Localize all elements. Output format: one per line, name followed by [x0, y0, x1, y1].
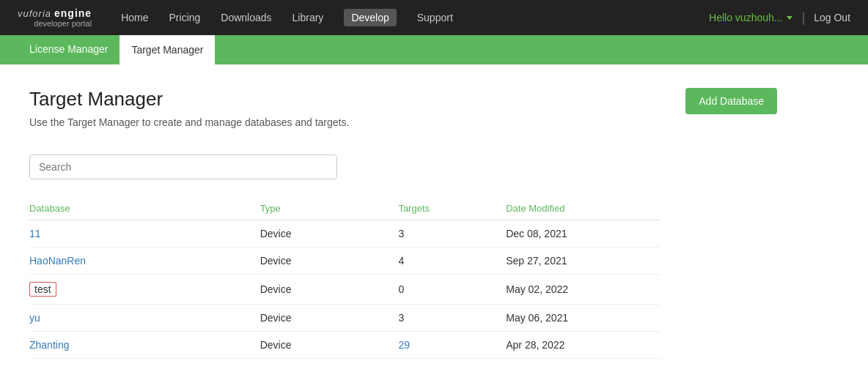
user-label: Hello vuzhouh...: [709, 12, 782, 23]
logo-sub-text: developer portal: [18, 19, 92, 28]
top-navigation: vuforia engine developer portal Home Pri…: [0, 0, 868, 35]
logo: vuforia engine developer portal: [18, 7, 92, 28]
database-link[interactable]: 11: [29, 228, 41, 239]
database-type: Device: [260, 305, 399, 332]
database-type: Device: [260, 332, 399, 359]
subnav-target-manager[interactable]: Target Manager: [119, 35, 215, 64]
nav-support[interactable]: Support: [417, 12, 453, 23]
database-targets: 0: [398, 275, 506, 305]
database-type: Device: [260, 248, 399, 275]
col-header-targets: Targets: [398, 197, 506, 220]
database-link[interactable]: Zhanting: [29, 339, 69, 351]
page-subtitle: Use the Target Manager to create and man…: [29, 116, 349, 128]
database-targets: 3: [398, 305, 506, 332]
nav-library[interactable]: Library: [293, 12, 324, 23]
database-link[interactable]: HaoNanRen: [29, 255, 86, 267]
chevron-down-icon: [787, 16, 792, 20]
page-header: Target Manager Use the Target Manager to…: [29, 88, 777, 143]
table-header-row: Database Type Targets Date Modified: [29, 197, 660, 220]
database-date: Sep 27, 2021: [506, 248, 660, 275]
nav-right: Hello vuzhouh... | Log Out: [709, 10, 850, 26]
logo-engine-text: engine: [54, 7, 92, 19]
user-menu[interactable]: Hello vuzhouh...: [709, 12, 792, 23]
table-row: 11Device3Dec 08, 2021: [29, 220, 660, 248]
database-table: Database Type Targets Date Modified 11De…: [29, 197, 660, 359]
database-type: Device: [260, 220, 399, 248]
database-link[interactable]: yu: [29, 312, 40, 324]
sub-navigation: License Manager Target Manager: [0, 35, 868, 64]
database-date: May 02, 2022: [506, 275, 660, 305]
col-header-database: Database: [29, 197, 260, 220]
main-content: Target Manager Use the Target Manager to…: [0, 64, 806, 372]
table-row: testDevice0May 02, 2022: [29, 275, 660, 305]
page-title: Target Manager: [29, 88, 349, 111]
logo-vuforia-text: vuforia: [18, 8, 51, 19]
database-type: Device: [260, 275, 399, 305]
col-header-date: Date Modified: [506, 197, 660, 220]
table-row: yuDevice3May 06, 2021: [29, 305, 660, 332]
table-row: ZhantingDevice29Apr 28, 2022: [29, 332, 660, 359]
database-date: Apr 28, 2022: [506, 332, 660, 359]
nav-home[interactable]: Home: [121, 12, 148, 23]
add-database-button[interactable]: Add Database: [685, 88, 777, 114]
logout-button[interactable]: Log Out: [814, 12, 850, 23]
nav-downloads[interactable]: Downloads: [221, 12, 271, 23]
col-header-type: Type: [260, 197, 399, 220]
database-link-outlined[interactable]: test: [29, 282, 56, 297]
table-row: HaoNanRenDevice4Sep 27, 2021: [29, 248, 660, 275]
database-targets: 4: [398, 248, 506, 275]
subnav-license-manager[interactable]: License Manager: [18, 35, 119, 64]
database-date: May 06, 2021: [506, 305, 660, 332]
nav-develop[interactable]: Develop: [344, 9, 396, 26]
targets-count-link[interactable]: 29: [398, 339, 410, 351]
database-date: Dec 08, 2021: [506, 220, 660, 248]
nav-divider: |: [801, 10, 805, 26]
search-input[interactable]: [29, 155, 337, 179]
database-targets[interactable]: 29: [398, 332, 506, 359]
database-targets: 3: [398, 220, 506, 248]
nav-pricing[interactable]: Pricing: [169, 12, 201, 23]
main-nav-links: Home Pricing Downloads Library Develop S…: [121, 9, 709, 26]
